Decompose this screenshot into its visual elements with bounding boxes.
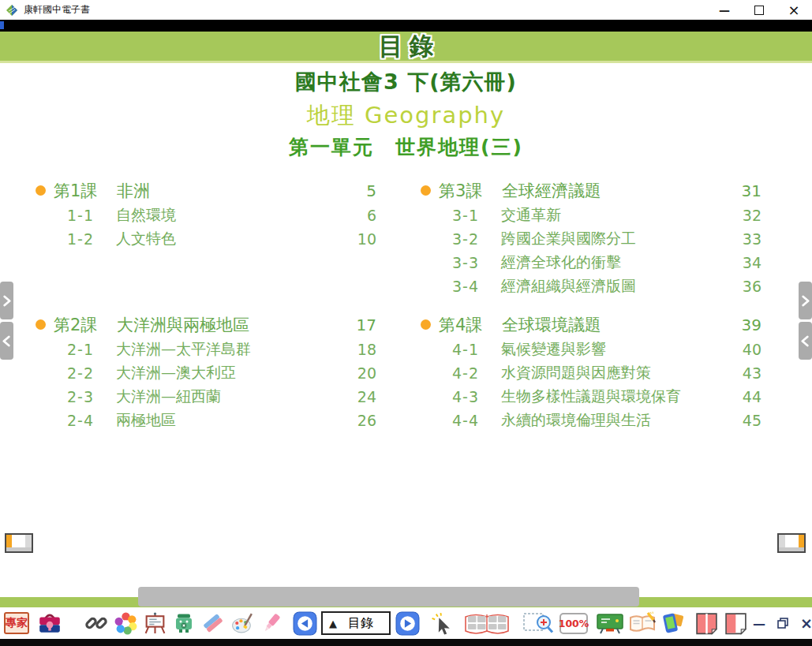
toc-section-row[interactable]: 2-4 兩極地區 26 (36, 409, 376, 432)
toc-chapter-4: 第4課 全球環境議題 39 4-1 氣候變遷與影響 40 4-2 水資源問題與因… (421, 312, 761, 446)
section-title: 氣候變遷與影響 (501, 339, 606, 360)
toc-chapter-row[interactable]: 第2課 大洋洲與兩極地區 17 (36, 312, 376, 338)
section-page: 34 (743, 254, 761, 271)
toc-column-left: 第1課 非洲 5 1-1 自然環境 6 1-2 人文特色 10 (36, 177, 376, 446)
section-title: 自然環境 (116, 205, 176, 226)
page-label-box[interactable]: ▲ 目錄 (321, 611, 391, 635)
toolbar-restore-icon[interactable] (775, 617, 791, 629)
toc-column-right: 第3課 全球經濟議題 31 3-1 交通革新 32 3-2 跨國企業與國際分工 … (421, 177, 761, 446)
toc-section-row[interactable]: 3-3 經濟全球化的衝擊 34 (421, 251, 761, 274)
toc-section-row[interactable]: 3-4 經濟組織與經濟版圖 36 (421, 274, 761, 298)
section-title: 交通革新 (501, 205, 561, 226)
section-page: 33 (743, 230, 761, 248)
app-window: 康軒國中電子書 — × 目錄 國中社會3 下(第六冊) 地理 Geography… (0, 0, 812, 646)
chapter-title: 大洋洲與兩極地區 (117, 314, 249, 336)
chapter-title: 非洲 (117, 180, 150, 202)
section-number: 2-1 (67, 341, 105, 358)
toolbar-minimize-icon[interactable]: — (752, 616, 766, 631)
easel-icon[interactable] (142, 611, 167, 636)
close-button[interactable]: × (788, 5, 799, 16)
toolbar: 專家 (0, 607, 812, 639)
app-icon (6, 4, 18, 17)
chapter-title: 全球環境議題 (502, 314, 601, 336)
toc-section-row[interactable]: 2-3 大洋洲—紐西蘭 24 (36, 385, 376, 409)
palette-icon[interactable] (230, 611, 255, 636)
prev-page-button[interactable] (292, 611, 317, 636)
section-page: 6 (367, 207, 376, 224)
page-view-single-icon[interactable] (723, 611, 748, 636)
link-icon[interactable] (84, 611, 109, 636)
chevron-right-icon[interactable] (799, 282, 812, 319)
toc-section-row[interactable]: 3-2 跨國企業與國際分工 33 (421, 227, 761, 251)
marker-icon[interactable] (259, 611, 284, 636)
minimize-button[interactable]: — (719, 5, 730, 16)
toc-chapter-1: 第1課 非洲 5 1-1 自然環境 6 1-2 人文特色 10 (36, 177, 376, 312)
toc: 第1課 非洲 5 1-1 自然環境 6 1-2 人文特色 10 (36, 177, 761, 446)
section-number: 4-1 (452, 341, 490, 358)
page-label: 目錄 (337, 615, 384, 632)
chapter-title: 全球經濟議題 (502, 180, 601, 202)
section-title: 大洋洲—紐西蘭 (116, 386, 221, 407)
expert-button-left[interactable]: 專家 (4, 612, 29, 634)
toc-section-row[interactable]: 3-1 交通革新 32 (421, 204, 761, 227)
chapter-page: 31 (742, 181, 761, 200)
section-page: 43 (743, 364, 761, 382)
next-page-button[interactable] (395, 611, 420, 636)
unit-title: 第一單元 世界地理(三) (0, 134, 812, 160)
toc-section-row[interactable]: 2-1 大洋洲—太平洋島群 18 (36, 338, 376, 361)
section-page: 40 (743, 341, 761, 358)
chapter-number: 第3課 (439, 180, 489, 202)
toc-section-row[interactable]: 4-2 水資源問題與因應對策 43 (421, 361, 761, 385)
section-page: 32 (743, 207, 761, 224)
window-controls: — × (719, 5, 812, 16)
phone-icon[interactable] (660, 611, 686, 636)
page-corner-right-icon[interactable] (777, 533, 806, 553)
horizontal-scrollbar-thumb[interactable] (138, 587, 639, 607)
page-corner-left-icon[interactable] (5, 533, 33, 553)
section-title: 跨國企業與國際分工 (501, 229, 636, 249)
toc-chapter-row[interactable]: 第3課 全球經濟議題 31 (421, 177, 761, 204)
chevron-left-icon[interactable] (799, 322, 812, 360)
section-number: 1-1 (67, 207, 105, 224)
page-view-double-icon[interactable] (694, 611, 719, 636)
bottom-black-bar (0, 639, 812, 646)
side-nav-right (799, 282, 812, 360)
maximize-button[interactable] (754, 5, 765, 16)
chevron-right-icon[interactable] (0, 282, 13, 319)
toc-section-row[interactable]: 4-1 氣候變遷與影響 40 (421, 338, 761, 361)
section-number: 2-3 (67, 388, 105, 405)
eraser-icon[interactable] (200, 611, 226, 636)
zoom-level-box[interactable]: 100% (559, 613, 588, 634)
section-title: 永續的環境倫理與生活 (501, 410, 651, 431)
section-title: 兩極地區 (116, 410, 176, 431)
section-number: 3-2 (452, 230, 490, 248)
toc-section-row[interactable]: 1-2 人文特色 10 (36, 227, 376, 251)
notebook-pencil-icon[interactable] (628, 611, 657, 636)
titlebar: 康軒國中電子書 — × (0, 0, 812, 20)
toc-chapter-row[interactable]: 第4課 全球環境議題 39 (421, 312, 761, 338)
section-page: 18 (357, 341, 376, 358)
robot-trash-icon[interactable] (171, 611, 196, 636)
section-number: 4-4 (452, 412, 490, 429)
toolbar-close-icon[interactable]: × (799, 614, 812, 632)
section-page: 44 (743, 388, 761, 405)
toolbox-icon[interactable] (37, 611, 62, 636)
section-title: 經濟組織與經濟版圖 (501, 276, 636, 297)
flower-pinwheel-icon[interactable] (113, 611, 138, 636)
toc-section-row[interactable]: 4-3 生物多樣性議題與環境保育 44 (421, 385, 761, 409)
toc-chapter-row[interactable]: 第1課 非洲 5 (36, 177, 376, 204)
toc-section-row[interactable]: 1-1 自然環境 6 (36, 204, 376, 227)
section-title: 人文特色 (116, 229, 176, 249)
toc-section-row[interactable]: 4-4 永續的環境倫理與生活 45 (421, 409, 761, 432)
zoom-magnifier-icon[interactable] (522, 611, 556, 636)
header-divider (0, 61, 812, 63)
toc-chapter-2: 第2課 大洋洲與兩極地區 17 2-1 大洋洲—太平洋島群 18 2-2 大洋洲… (36, 312, 376, 446)
chalkboard-icon[interactable] (596, 611, 624, 636)
open-book-icon[interactable] (462, 611, 511, 636)
chevron-left-icon[interactable] (0, 322, 13, 360)
toc-section-row[interactable]: 2-2 大洋洲—澳大利亞 20 (36, 361, 376, 385)
section-page: 10 (357, 230, 376, 248)
cursor-sparkle-icon[interactable] (429, 611, 455, 636)
section-number: 4-3 (452, 388, 490, 405)
section-title: 經濟全球化的衝擊 (501, 252, 621, 273)
